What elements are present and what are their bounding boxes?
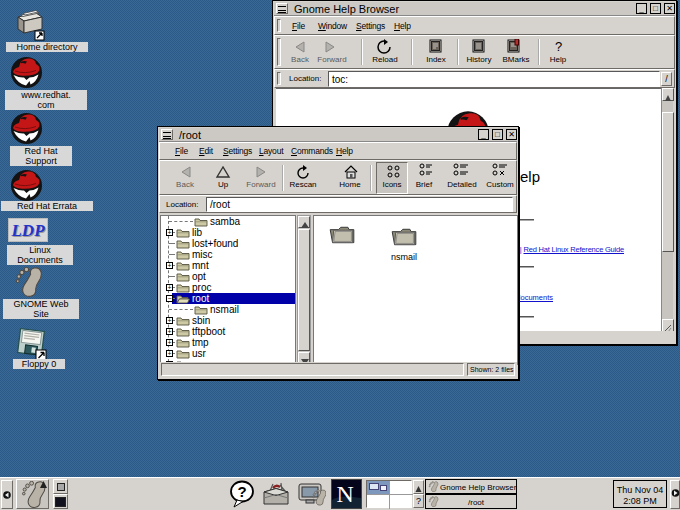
svg-text:N: N [337,481,354,507]
svg-text:?: ? [238,483,247,500]
svg-text:?: ? [555,39,562,54]
